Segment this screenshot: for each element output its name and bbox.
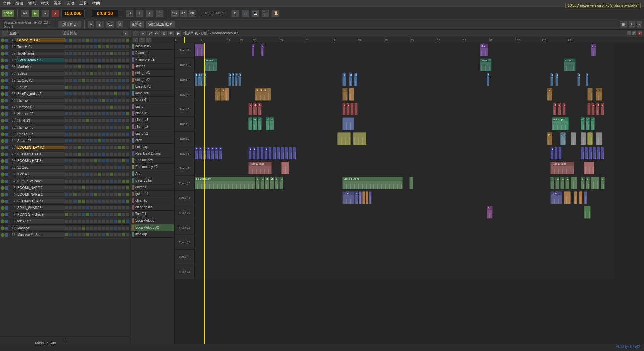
channel-pad[interactable] [65,146,69,149]
channel-pad[interactable] [89,186,93,190]
channel-pad[interactable] [97,38,101,42]
menu-options[interactable]: 选项 [66,1,75,6]
channel-pad[interactable] [117,92,121,96]
channel-pad[interactable] [105,58,109,62]
song-mode-button[interactable]: SONG [2,10,14,17]
channel-pad[interactable] [85,213,89,216]
ch-solo-btn[interactable] [5,186,8,190]
clip-block[interactable] [366,191,368,204]
channel-pad[interactable] [77,233,81,237]
channel-pad[interactable] [126,213,129,216]
channel-pad[interactable] [65,65,69,69]
channel-pad[interactable] [69,92,73,96]
track-lane[interactable]: LTWB_oiseProgLTWB_oise [195,191,614,205]
channel-pad[interactable] [81,38,85,42]
clip-block[interactable]: Snar_izer [564,58,576,71]
channel-pad[interactable] [105,132,109,136]
ch-name[interactable]: ReeseSub [16,132,65,136]
channel-pad[interactable] [126,226,129,230]
channel-pad[interactable] [89,226,93,230]
channel-pad[interactable] [77,45,81,49]
channel-pad[interactable] [101,112,105,116]
channel-pad[interactable] [97,206,101,210]
channel-pad[interactable] [117,159,121,163]
channel-pad[interactable] [93,92,97,96]
channel-pad[interactable] [97,186,101,190]
ch-solo-btn[interactable] [5,79,8,82]
channel-pad[interactable] [121,233,125,237]
channel-row[interactable]: 28 BOOMIN HAT 3 [0,158,131,164]
clip-block[interactable]: 3 3 [591,44,596,56]
clip-block[interactable]: Piano pre [195,73,197,86]
pattern-list-item[interactable]: piano [131,103,174,110]
channel-pad[interactable] [81,193,85,196]
channel-pad[interactable] [85,206,89,210]
clip-block[interactable]: 3 [215,147,218,160]
channel-pad[interactable] [93,65,97,69]
channel-pad[interactable] [101,172,105,176]
ch-solo-btn[interactable] [5,106,8,109]
ch-solo-btn[interactable] [5,86,8,89]
ch-mute-btn[interactable] [1,45,5,49]
channel-pad[interactable] [105,179,109,183]
channel-pad[interactable] [113,172,117,176]
channel-pad[interactable] [85,52,89,55]
channel-pad[interactable] [81,233,85,237]
channel-pad[interactable] [117,186,121,190]
channel-pad[interactable] [109,45,113,49]
channel-pad[interactable] [109,72,113,76]
channel-pad[interactable] [73,233,77,237]
channel-pad[interactable] [105,79,109,82]
channel-pad[interactable] [105,172,109,176]
channel-pad[interactable] [109,233,113,237]
clip-block[interactable]: 3 [487,206,493,219]
clip-block[interactable] [585,147,588,160]
channel-pad[interactable] [89,179,93,183]
channel-pad[interactable] [77,199,81,203]
clip-block[interactable]: strings [221,88,225,101]
channel-pad[interactable] [69,159,73,163]
clip-block[interactable] [369,191,372,204]
channel-pad[interactable] [126,85,129,89]
channel-pad[interactable] [121,65,125,69]
channel-pad[interactable] [97,112,101,116]
channel-pad[interactable] [113,119,117,122]
channel-pad[interactable] [93,159,97,163]
pl-add-btn[interactable]: + [132,37,138,43]
pattern-list-item[interactable]: piano #3 [131,123,174,130]
clip-block[interactable]: 3 3 [480,44,488,56]
ch-mute-btn[interactable] [1,72,5,76]
clip-block[interactable] [349,88,354,101]
ch-mute-btn[interactable] [1,92,5,96]
channel-row[interactable]: 38 Marimba [0,64,131,70]
clip-block[interactable] [584,191,587,204]
clip-block[interactable] [293,147,296,160]
channel-pad[interactable] [93,119,97,122]
channel-pad[interactable] [97,72,101,76]
channel-pad[interactable] [109,119,113,122]
channel-pad[interactable] [101,193,105,196]
pl-max-btn[interactable]: □ [632,31,637,36]
menu-file[interactable]: 文件 [3,1,11,6]
pattern-list-item[interactable]: little arp [131,231,174,238]
track-lane[interactable]: 333 33 3 [195,43,614,58]
channel-pad[interactable] [69,126,73,129]
channel-pad[interactable] [85,233,89,237]
ch-name[interactable]: KOAN S_y Snare [16,213,65,216]
channel-pad[interactable] [121,179,125,183]
channel-pad[interactable] [85,72,89,76]
channel-pad[interactable] [109,126,113,129]
channel-pad[interactable] [89,219,93,223]
channel-pad[interactable] [117,179,121,183]
channel-pad[interactable] [81,199,85,203]
clip-block[interactable] [277,147,280,160]
clip-block[interactable]: 3 [253,103,257,115]
channel-pad[interactable] [105,146,109,149]
clip-block[interactable]: Ld Voc Stem [342,177,403,189]
ch-mute-btn[interactable] [1,126,5,130]
channel-pad[interactable] [65,199,69,203]
clip-block[interactable] [591,177,599,189]
clip-block[interactable] [195,44,204,56]
channel-pad[interactable] [117,45,121,49]
clip-block[interactable]: 3 [265,177,269,189]
